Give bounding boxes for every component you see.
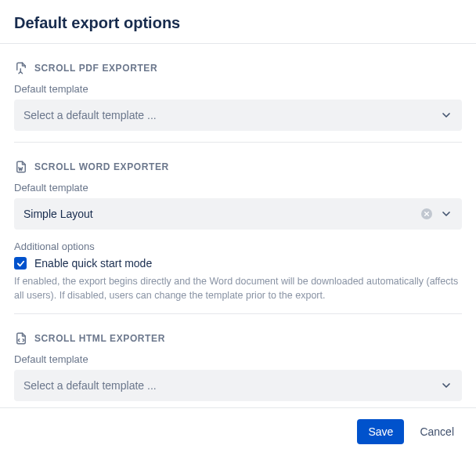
word-options-label: Additional options xyxy=(14,241,462,252)
section-pdf-header: SCROLL PDF EXPORTER xyxy=(34,63,157,74)
section-html-header: SCROLL HTML EXPORTER xyxy=(34,333,165,344)
page-title: Default export options xyxy=(14,14,462,32)
quick-start-help: If enabled, the export begins directly a… xyxy=(14,274,462,302)
word-template-value: Simple Layout xyxy=(23,208,93,220)
section-word: SCROLL WORD EXPORTER Default template Si… xyxy=(14,143,462,314)
footer: Save Cancel xyxy=(14,408,462,449)
word-icon xyxy=(14,160,28,174)
chevron-down-icon xyxy=(440,109,453,121)
pdf-template-label: Default template xyxy=(14,83,462,95)
quick-start-checkbox[interactable] xyxy=(14,257,27,270)
chevron-down-icon xyxy=(440,379,453,392)
cancel-button[interactable]: Cancel xyxy=(412,419,462,444)
html-template-value: Select a default template ... xyxy=(23,379,157,392)
quick-start-label: Enable quick start mode xyxy=(34,257,152,270)
section-word-header: SCROLL WORD EXPORTER xyxy=(34,161,169,172)
pdf-template-select[interactable]: Select a default template ... xyxy=(14,100,462,131)
html-template-select[interactable]: Select a default template ... xyxy=(14,370,462,401)
save-button[interactable]: Save xyxy=(357,419,404,444)
html-icon xyxy=(14,331,28,346)
section-pdf: SCROLL PDF EXPORTER Default template Sel… xyxy=(14,44,462,143)
chevron-down-icon xyxy=(440,208,453,220)
html-template-label: Default template xyxy=(14,353,462,365)
pdf-template-value: Select a default template ... xyxy=(23,109,157,121)
word-template-label: Default template xyxy=(14,182,462,194)
clear-icon[interactable] xyxy=(421,208,432,219)
section-html: SCROLL HTML EXPORTER Default template Se… xyxy=(14,314,462,401)
pdf-icon xyxy=(14,61,28,75)
word-template-select[interactable]: Simple Layout xyxy=(14,198,462,230)
